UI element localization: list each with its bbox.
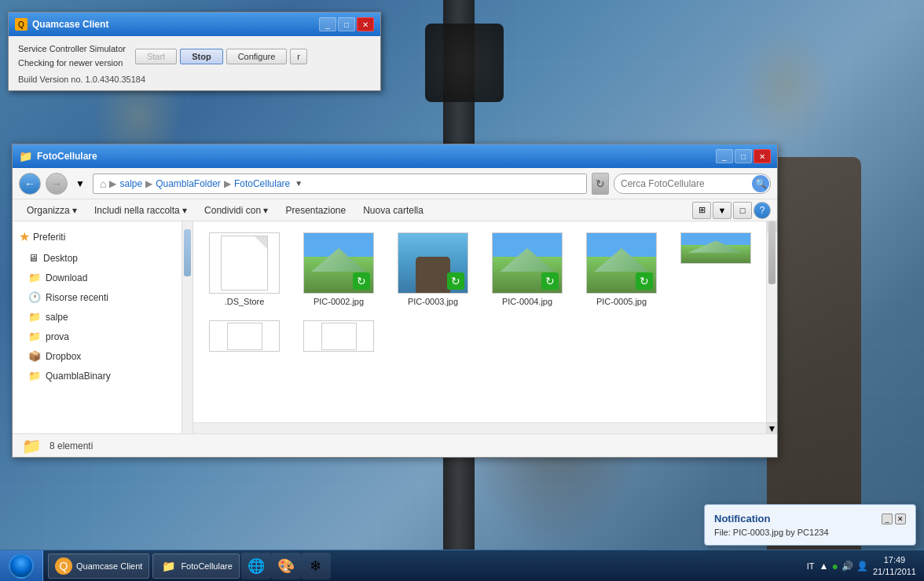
sidebar-item-dropbox[interactable]: 📦 Dropbox xyxy=(13,346,192,366)
sidebar-item-quambla[interactable]: 📁 QuamblaBinary xyxy=(13,366,192,386)
quambla-icon: 📁 xyxy=(28,370,41,382)
file-name: PIC-0002.jpg xyxy=(314,297,364,306)
help-button[interactable]: ? xyxy=(754,202,771,219)
menu-includi[interactable]: Includi nella raccolta ▾ xyxy=(86,203,195,218)
list-item[interactable]: ↻ PIC-0004.jpg xyxy=(484,229,570,309)
user-icon: 👤 xyxy=(856,561,868,572)
list-item[interactable]: ↻ PIC-0005.jpg xyxy=(578,229,665,309)
list-item[interactable]: ↻ PIC-0002.jpg xyxy=(295,229,382,309)
list-item[interactable] xyxy=(673,229,759,309)
taskbar-clock[interactable]: 17:49 21/11/2011 xyxy=(873,554,916,577)
language-indicator: IT xyxy=(807,561,815,571)
taskbar-explorer-button[interactable]: 📁 FotoCellulare xyxy=(152,554,239,579)
search-input[interactable] xyxy=(614,174,771,194)
taskbar-items: Q Quamcase Client 📁 FotoCellulare 🌐 🎨 ❄ xyxy=(43,550,799,581)
sidebar: ★ Preferiti 🖥 Desktop 📁 Download 🕐 Risor… xyxy=(13,221,193,433)
sidebar-scrollbar[interactable] xyxy=(182,221,192,433)
btn-row: Start Stop Configure r xyxy=(135,49,307,64)
taskbar-icon-2[interactable]: 🎨 xyxy=(271,553,301,579)
minimize-button[interactable]: _ xyxy=(319,17,336,31)
refresh-nav-button[interactable]: ↻ xyxy=(592,173,609,195)
sidebar-prova-label: prova xyxy=(46,331,69,342)
list-item[interactable] xyxy=(295,317,382,355)
file-thumbnail xyxy=(680,232,751,264)
doc-icon xyxy=(227,323,262,350)
explorer-app-icon: 📁 xyxy=(19,150,32,163)
breadcrumb-dropdown-button[interactable]: ▼ xyxy=(292,177,306,191)
maximize-button[interactable]: □ xyxy=(338,17,355,31)
prova-icon: 📁 xyxy=(28,331,41,342)
camera xyxy=(425,24,504,102)
explorer-title: FotoCellulare xyxy=(37,151,711,162)
sidebar-scroll-thumb xyxy=(184,229,191,276)
sidebar-item-download[interactable]: 📁 Download xyxy=(13,268,192,287)
file-name: PIC-0003.jpg xyxy=(408,297,458,306)
file-name: PIC-0005.jpg xyxy=(596,297,647,306)
start-button[interactable]: Start xyxy=(135,49,177,64)
notification-title: Notification xyxy=(714,513,877,524)
taskbar-explorer-label: FotoCellulare xyxy=(181,561,232,571)
forward-button[interactable]: → xyxy=(46,173,68,195)
quamcase-taskbar-icon: Q xyxy=(55,557,72,575)
explorer-titlebar: 📁 FotoCellulare _ □ ✕ xyxy=(13,144,777,168)
scroll-down-button[interactable]: ▼ xyxy=(767,422,777,433)
menu-presentazione[interactable]: Presentazione xyxy=(277,203,354,218)
notification-close[interactable]: ✕ xyxy=(895,513,906,524)
star-icon: ★ xyxy=(19,229,30,244)
sidebar-item-salpe[interactable]: 📁 salpe xyxy=(13,307,192,327)
home-icon: ⌂ xyxy=(100,177,106,190)
scroll-thumb[interactable] xyxy=(768,221,776,284)
menu-nuova-cartella[interactable]: Nuova cartella xyxy=(355,203,431,218)
refresh-badge: ↻ xyxy=(636,272,653,290)
menu-bar: Organizza ▾ Includi nella raccolta ▾ Con… xyxy=(13,199,777,221)
taskbar-icon-1[interactable]: 🌐 xyxy=(241,553,271,579)
sidebar-item-prova[interactable]: 📁 prova xyxy=(13,327,192,346)
sep2: ▶ xyxy=(145,178,152,189)
explorer-toolbar: ← → ▼ ⌂ ▶ salpe ▶ QuamblaFolder ▶ FotoCe… xyxy=(13,168,777,199)
notification-popup: Notification _ ✕ File: PIC-0003.jpg by P… xyxy=(704,504,916,546)
list-item[interactable]: .DS_Store xyxy=(201,229,288,309)
sidebar-item-preferiti[interactable]: ★ Preferiti xyxy=(13,221,192,248)
service-labels: Service Controller Simulator Checking fo… xyxy=(18,42,126,70)
items-count: 8 elementi xyxy=(50,440,93,451)
view-option-button[interactable]: ▼ xyxy=(713,202,732,219)
doc-icon xyxy=(321,323,357,350)
download-folder-icon: 📁 xyxy=(28,272,41,283)
view-large-button[interactable]: □ xyxy=(733,202,752,219)
person-silhouette xyxy=(767,157,861,550)
up-button[interactable]: ▼ xyxy=(72,176,88,192)
service-info: Service Controller Simulator Checking fo… xyxy=(18,42,371,70)
search-button[interactable]: 🔍 xyxy=(752,175,769,192)
list-item[interactable] xyxy=(201,317,288,355)
breadcrumb-salpe[interactable]: salpe xyxy=(119,178,142,189)
close-button[interactable]: ✕ xyxy=(357,17,374,31)
image-preview xyxy=(681,233,750,263)
taskbar-icon-3-glyph: ❄ xyxy=(310,557,321,575)
doc-icon xyxy=(221,236,268,290)
taskbar-quamcase-button[interactable]: Q Quamcase Client xyxy=(48,554,149,579)
sidebar-item-risorse[interactable]: 🕐 Risorse recenti xyxy=(13,287,192,307)
taskbar-icon-3[interactable]: ❄ xyxy=(301,553,331,579)
view-change-button[interactable]: ⊞ xyxy=(692,202,711,219)
horizontal-scrollbar[interactable] xyxy=(193,422,766,433)
explorer-close-button[interactable]: ✕ xyxy=(754,149,771,163)
menu-organizza[interactable]: Organizza ▾ xyxy=(19,203,85,218)
notification-minimize[interactable]: _ xyxy=(882,513,893,524)
sidebar-item-desktop[interactable]: 🖥 Desktop xyxy=(13,248,192,268)
breadcrumb-folder[interactable]: QuamblaFolder xyxy=(156,178,221,189)
back-button[interactable]: ← xyxy=(19,173,41,195)
vertical-scrollbar[interactable]: ▲ ▼ xyxy=(766,221,777,433)
start-button[interactable] xyxy=(0,550,43,582)
explorer-maximize-button[interactable]: □ xyxy=(735,149,752,163)
menu-condividi[interactable]: Condividi con ▾ xyxy=(196,203,276,218)
sync-icon: ● xyxy=(831,560,838,572)
list-item[interactable]: ↻ PIC-0003.jpg xyxy=(390,229,476,309)
refresh-button[interactable]: r xyxy=(290,49,307,64)
configure-button[interactable]: Configure xyxy=(226,49,288,64)
sep3: ▶ xyxy=(224,178,231,189)
file-area: .DS_Store ↻ PIC-0002.jpg ↻ PIC xyxy=(193,221,777,433)
explorer-minimize-button[interactable]: _ xyxy=(716,149,733,163)
stop-button[interactable]: Stop xyxy=(180,49,222,64)
breadcrumb-current[interactable]: FotoCellulare xyxy=(234,178,290,189)
system-tray-icons: ▲ ● 🔊 👤 xyxy=(820,560,868,572)
